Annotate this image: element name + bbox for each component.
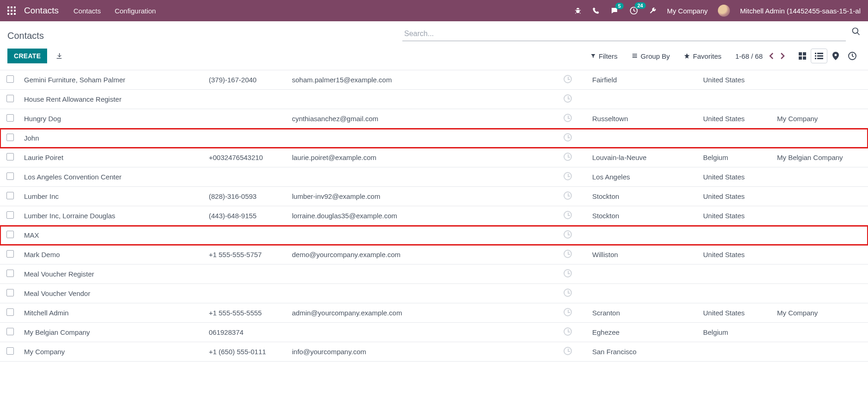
- svg-rect-4: [11, 10, 12, 12]
- apps-icon[interactable]: [7, 6, 16, 15]
- pager-next[interactable]: [780, 52, 785, 60]
- search-icon[interactable]: [851, 27, 861, 41]
- row-checkbox[interactable]: [6, 289, 14, 296]
- row-checkbox[interactable]: [6, 114, 14, 122]
- svg-rect-13: [632, 55, 637, 56]
- table-row[interactable]: Meal Voucher Vendor: [0, 284, 868, 303]
- cell-phone: (443)-648-9155: [205, 206, 288, 226]
- filters-button[interactable]: Filters: [590, 52, 618, 60]
- nav-contacts[interactable]: Contacts: [73, 7, 101, 15]
- cell-email: [288, 90, 482, 109]
- nav-configuration[interactable]: Configuration: [115, 7, 156, 15]
- table-row[interactable]: John: [0, 129, 868, 148]
- view-map[interactable]: [827, 49, 844, 63]
- cell-country: United States: [699, 167, 773, 187]
- cell-country: Belgium: [699, 148, 773, 167]
- row-checkbox[interactable]: [6, 134, 14, 141]
- row-checkbox[interactable]: [6, 211, 14, 219]
- activity-badge: 24: [635, 2, 646, 9]
- table-row[interactable]: Gemini Furniture, Soham Palmer(379)-167-…: [0, 70, 868, 90]
- cell-company: [773, 226, 868, 245]
- view-list[interactable]: [811, 49, 827, 63]
- cell-phone: +1 555-555-5757: [205, 245, 288, 264]
- svg-point-10: [853, 28, 858, 34]
- search-input[interactable]: [402, 27, 846, 41]
- cell-city: [589, 226, 699, 245]
- cell-email: cynthiasanchez@gmail.com: [288, 109, 482, 129]
- clock-icon[interactable]: [564, 289, 572, 297]
- messaging-icon[interactable]: 5: [610, 6, 619, 15]
- wrench-icon[interactable]: [649, 6, 657, 15]
- cell-company: My Company: [773, 109, 868, 129]
- row-checkbox[interactable]: [6, 192, 14, 199]
- user-menu[interactable]: Mitchell Admin (14452455-saas-15-1-al: [740, 7, 861, 15]
- row-checkbox[interactable]: [6, 347, 14, 355]
- view-kanban[interactable]: [794, 49, 811, 63]
- row-checkbox[interactable]: [6, 231, 14, 238]
- table-row[interactable]: Lumber Inc, Lorraine Douglas(443)-648-91…: [0, 206, 868, 226]
- cell-name: Los Angeles Convention Center: [20, 167, 205, 187]
- clock-icon[interactable]: [564, 191, 572, 200]
- cell-company: [773, 187, 868, 206]
- clock-icon[interactable]: [564, 133, 572, 141]
- clock-icon[interactable]: [564, 308, 572, 316]
- svg-rect-17: [799, 56, 802, 60]
- cell-name: Hungry Dog: [20, 109, 205, 129]
- row-checkbox[interactable]: [6, 95, 14, 102]
- table-row[interactable]: Lumber Inc(828)-316-0593lumber-inv92@exa…: [0, 187, 868, 206]
- row-checkbox[interactable]: [6, 153, 14, 160]
- groupby-button[interactable]: Group By: [631, 52, 670, 60]
- cell-phone: [205, 167, 288, 187]
- cell-email: info@yourcompany.com: [288, 342, 482, 362]
- clock-icon[interactable]: [564, 211, 572, 219]
- clock-icon[interactable]: [564, 172, 572, 180]
- table-row[interactable]: My Belgian Company061928374EghezeeBelgiu…: [0, 323, 868, 342]
- row-checkbox[interactable]: [6, 328, 14, 335]
- company-switcher[interactable]: My Company: [667, 7, 708, 15]
- favorites-button[interactable]: Favorites: [684, 52, 722, 60]
- view-activity[interactable]: [844, 49, 861, 63]
- star-icon: [684, 53, 690, 59]
- row-checkbox[interactable]: [6, 75, 14, 83]
- row-checkbox[interactable]: [6, 308, 14, 316]
- cell-city: Stockton: [589, 187, 699, 206]
- app-brand[interactable]: Contacts: [24, 6, 59, 16]
- svg-rect-8: [14, 13, 16, 15]
- table-row[interactable]: Los Angeles Convention CenterLos Angeles…: [0, 167, 868, 187]
- clock-icon[interactable]: [564, 153, 572, 161]
- pager-prev[interactable]: [769, 52, 774, 60]
- row-checkbox[interactable]: [6, 172, 14, 180]
- clock-icon[interactable]: [564, 75, 572, 83]
- cell-country: [699, 226, 773, 245]
- clock-icon[interactable]: [564, 230, 572, 239]
- phone-icon[interactable]: [592, 7, 600, 14]
- cell-name: John: [20, 129, 205, 148]
- cell-company: [773, 167, 868, 187]
- avatar[interactable]: [718, 5, 730, 17]
- table-row[interactable]: Laurie Poiret+0032476543210laurie.poiret…: [0, 148, 868, 167]
- import-icon[interactable]: [55, 52, 63, 60]
- row-checkbox[interactable]: [6, 270, 14, 277]
- table-row[interactable]: Mark Demo+1 555-555-5757demo@yourcompany…: [0, 245, 868, 264]
- clock-icon[interactable]: [564, 250, 572, 258]
- cell-company: [773, 323, 868, 342]
- bug-icon[interactable]: [574, 6, 582, 15]
- activity-icon[interactable]: 24: [629, 6, 638, 15]
- table-row[interactable]: MAX: [0, 226, 868, 245]
- create-button[interactable]: CREATE: [7, 49, 47, 63]
- table-row[interactable]: House Rent Allowance Register: [0, 90, 868, 109]
- table-row[interactable]: Hungry Dogcynthiasanchez@gmail.comRussel…: [0, 109, 868, 129]
- clock-icon[interactable]: [564, 347, 572, 355]
- clock-icon[interactable]: [564, 94, 572, 103]
- clock-icon[interactable]: [564, 327, 572, 336]
- clock-icon[interactable]: [564, 114, 572, 122]
- table-row[interactable]: Meal Voucher Register: [0, 264, 868, 284]
- cell-country: United States: [699, 70, 773, 90]
- table-row[interactable]: Mitchell Admin+1 555-555-5555admin@yourc…: [0, 303, 868, 323]
- toolbar: CREATE Filters Group By Favorites 1-68 /…: [0, 41, 868, 70]
- control-bar: Contacts: [0, 21, 868, 41]
- table-row[interactable]: My Company+1 (650) 555-0111info@yourcomp…: [0, 342, 868, 362]
- cell-company: [773, 284, 868, 303]
- row-checkbox[interactable]: [6, 250, 14, 258]
- clock-icon[interactable]: [564, 269, 572, 277]
